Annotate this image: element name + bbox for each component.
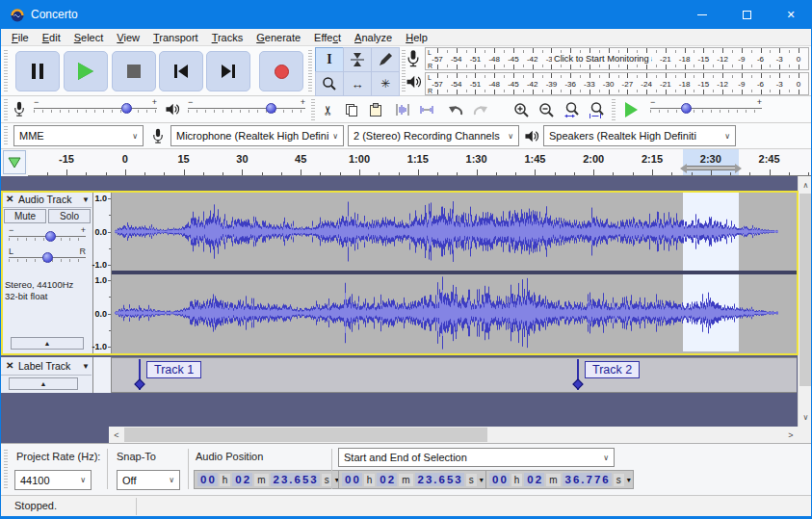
project-rate-dropdown[interactable]: 44100∨ — [14, 470, 92, 490]
selection-drag-bar[interactable] — [687, 166, 735, 170]
collapse-track-button[interactable]: ▲ — [11, 337, 84, 350]
play-at-speed-grip[interactable] — [612, 99, 616, 120]
solo-button[interactable]: Solo — [48, 209, 91, 223]
pause-button[interactable] — [15, 51, 60, 91]
zoom-fit-button[interactable] — [585, 99, 609, 120]
horizontal-scrollbar[interactable]: < > — [109, 427, 799, 443]
zoom-to-selection-button[interactable] — [560, 99, 584, 120]
selection-mode-dropdown[interactable]: Start and End of Selection∨ — [338, 448, 615, 467]
tools-toolbar-grip[interactable] — [308, 50, 312, 92]
track-menu-arrow-icon[interactable]: ▼ — [82, 195, 90, 204]
selection-start-minutes[interactable]: 02 — [377, 473, 397, 486]
draw-tool-button[interactable] — [371, 47, 400, 72]
monitoring-hint[interactable]: Click to Start Monitoring — [552, 54, 651, 64]
label-track-control-panel[interactable]: ✕ Label Track ▼ ▲ — [1, 357, 93, 393]
selection-tool-button[interactable]: I — [315, 47, 344, 72]
label-marker-handle-icon[interactable] — [134, 378, 144, 389]
waveform-channel-right[interactable] — [112, 274, 797, 351]
multi-tool-button[interactable]: ✳ — [371, 71, 400, 96]
menu-edit[interactable]: Edit — [36, 32, 67, 43]
selection-end-hours[interactable]: 00 — [489, 473, 510, 486]
time-shift-tool-button[interactable]: ↔ — [343, 71, 372, 96]
selection-left-handle-icon[interactable] — [680, 164, 687, 173]
audio-track-title[interactable]: Audio Track — [18, 194, 71, 205]
redo-button[interactable] — [468, 99, 491, 120]
recording-device-dropdown[interactable]: Microphone (Realtek High Defini∨ — [170, 125, 344, 146]
selection-start-hours[interactable]: 00 — [342, 473, 362, 486]
mute-button[interactable]: Mute — [4, 209, 46, 223]
mixer-toolbar-grip[interactable] — [4, 99, 8, 120]
recording-meter[interactable]: L R -57-54-51-48-45-42-39-36-33-30-27-24… — [425, 47, 809, 70]
copy-button[interactable] — [340, 99, 363, 120]
menu-view[interactable]: View — [110, 32, 146, 43]
playback-volume-slider[interactable]: − + — [186, 99, 307, 120]
field-dropdown-arrow-icon[interactable]: ▾ — [480, 476, 484, 484]
recording-volume-slider[interactable]: − + — [32, 99, 159, 120]
label-track-title[interactable]: Label Track — [18, 360, 70, 372]
selection-end-field[interactable]: 00h 02m 36.776s ▾ — [485, 470, 634, 489]
cut-button[interactable]: ✂ — [316, 99, 339, 120]
audio-position-seconds[interactable]: 23.653 — [271, 473, 320, 486]
play-speed-thumb[interactable] — [681, 103, 692, 114]
menu-select[interactable]: Select — [67, 32, 111, 43]
menu-tracks[interactable]: Tracks — [205, 32, 250, 43]
menu-analyze[interactable]: Analyze — [348, 32, 399, 43]
close-track-icon[interactable]: ✕ — [6, 194, 13, 204]
menu-transport[interactable]: Transport — [146, 32, 205, 43]
gain-thumb[interactable] — [45, 231, 56, 242]
vertical-scale-ruler[interactable]: 1.00.0-1.01.00.0-1.0 — [93, 191, 112, 355]
collapse-track-button[interactable]: ▲ — [9, 377, 78, 390]
playback-device-dropdown[interactable]: Speakers (Realtek High Definiti∨ — [543, 125, 736, 146]
title-bar[interactable]: Concerto ✕ — [1, 0, 811, 29]
menu-file[interactable]: File — [5, 32, 36, 43]
selection-end-minutes[interactable]: 02 — [524, 473, 544, 486]
skip-to-start-button[interactable] — [159, 51, 203, 91]
close-track-icon[interactable]: ✕ — [6, 360, 13, 371]
snap-to-dropdown[interactable]: Off∨ — [117, 470, 180, 490]
horizontal-scrollbar-thumb[interactable] — [124, 428, 487, 442]
zoom-in-button[interactable] — [510, 99, 534, 120]
close-button[interactable]: ✕ — [769, 0, 812, 29]
device-toolbar-grip[interactable] — [4, 126, 8, 146]
skip-to-end-button[interactable] — [206, 51, 250, 91]
field-dropdown-arrow-icon[interactable]: ▾ — [627, 476, 631, 484]
audio-position-minutes[interactable]: 02 — [232, 473, 252, 486]
selection-end-seconds[interactable]: 36.776 — [563, 473, 612, 486]
vertical-scrollbar[interactable]: ∧ ∨ — [798, 176, 812, 427]
paste-button[interactable] — [364, 99, 387, 120]
play-at-speed-button[interactable] — [617, 98, 644, 121]
selection-toolbar-grip[interactable] — [4, 450, 8, 490]
zoom-tool-button[interactable] — [315, 71, 344, 96]
selection-start-field[interactable]: 00h 02m 23.653s ▾ — [338, 470, 486, 489]
audio-position-field[interactable]: 00h 02m 23.653s ▾ — [194, 470, 342, 489]
record-button[interactable] — [259, 51, 303, 91]
pinned-play-head-button[interactable] — [3, 150, 26, 174]
zoom-out-button[interactable] — [535, 99, 559, 120]
label-text[interactable]: Track 1 — [146, 361, 201, 378]
menu-generate[interactable]: Generate — [249, 32, 307, 43]
undo-button[interactable] — [444, 99, 467, 120]
label-area[interactable]: Track 1Track 2 — [112, 357, 797, 393]
selection-start-seconds[interactable]: 23.653 — [415, 473, 464, 486]
transport-toolbar-grip[interactable] — [4, 50, 8, 92]
selection-right-handle-icon[interactable] — [735, 164, 742, 173]
scroll-left-icon[interactable]: < — [109, 427, 124, 443]
scroll-right-icon[interactable]: > — [783, 427, 799, 443]
edit-toolbar-grip[interactable] — [311, 99, 315, 120]
scroll-down-icon[interactable]: ∨ — [799, 413, 812, 422]
gain-slider[interactable]: − + — [7, 227, 88, 247]
play-button[interactable] — [64, 51, 108, 91]
playback-volume-thumb[interactable] — [266, 103, 276, 114]
stop-button[interactable] — [112, 51, 156, 91]
menu-effect[interactable]: Effect — [307, 32, 348, 43]
trim-audio-button[interactable] — [391, 99, 414, 120]
pan-thumb[interactable] — [42, 252, 53, 263]
pan-slider[interactable]: L R — [7, 248, 88, 268]
vertical-scrollbar-thumb[interactable] — [799, 194, 812, 386]
maximize-button[interactable] — [724, 0, 769, 29]
menu-help[interactable]: Help — [399, 32, 434, 43]
minimize-button[interactable] — [680, 0, 724, 29]
silence-audio-button[interactable] — [415, 99, 438, 120]
audio-position-hours[interactable]: 00 — [197, 473, 218, 486]
scroll-up-icon[interactable]: ∧ — [799, 181, 812, 190]
